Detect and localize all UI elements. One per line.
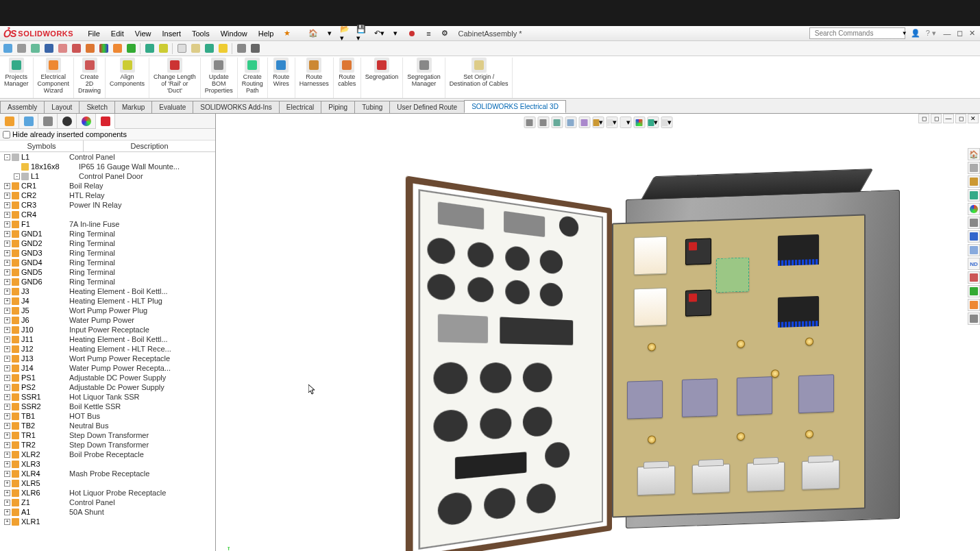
vp-btn1[interactable]: ◻ (918, 114, 929, 123)
tab-evaluate[interactable]: Evaluate (151, 101, 193, 113)
tree-row-XLR5[interactable]: +XLR5 (0, 478, 215, 488)
tree-row-PS2[interactable]: +PS2Adjustable Dc Power Supply (0, 382, 215, 392)
vt-zoom-fit-icon[interactable] (524, 117, 535, 128)
sidetab-6[interactable] (96, 114, 115, 129)
tree-row-L1[interactable]: -L1Control Panel (0, 152, 215, 162)
menu-insert[interactable]: Insert (157, 28, 186, 39)
menu-file[interactable]: File (83, 28, 105, 39)
close-button[interactable]: ✕ (966, 29, 977, 38)
expand-icon[interactable]: + (4, 260, 10, 266)
expand-icon[interactable]: + (4, 298, 10, 304)
trans-4[interactable] (802, 460, 840, 490)
tree-row-TR2[interactable]: +TR2Step Down Transformer (0, 440, 215, 450)
expand-icon[interactable]: + (4, 212, 10, 218)
tree-row-CR1[interactable]: +CR1Boil Relay (0, 181, 215, 191)
relay-CR1[interactable] (634, 236, 667, 276)
expand-icon[interactable]: + (4, 346, 10, 352)
qa-btn-3[interactable] (29, 42, 41, 55)
minimize-button[interactable]: — (942, 29, 953, 38)
expand-icon[interactable]: + (4, 480, 10, 487)
expand-icon[interactable]: + (4, 461, 10, 467)
expand-icon[interactable]: + (4, 336, 10, 343)
tree-row-XLR3[interactable]: +XLR3 (0, 459, 215, 469)
sidetab-5[interactable] (77, 114, 96, 129)
tree-row-CR2[interactable]: +CR2HTL Relay (0, 191, 215, 200)
new-doc-icon[interactable]: ▾ (323, 27, 336, 40)
expand-icon[interactable]: + (4, 375, 10, 381)
3d-viewport[interactable]: ▾ ▾ ▾ ▾ ▾ ◻ ◻ — ◻ ✕ 🏠 (216, 114, 980, 551)
qa-btn-11[interactable] (143, 42, 156, 55)
vt-appearance-icon[interactable] (633, 117, 645, 128)
tree-row-J13[interactable]: +J13Wort Pump Power Receptacle (0, 354, 215, 363)
tree-row-J11[interactable]: +J11Heating Element - Boil Kettl... (0, 334, 215, 344)
ribbon-electrical[interactable]: Electrical Component Wizard (34, 58, 75, 98)
expand-icon[interactable]: + (4, 384, 10, 391)
tab-solidworks-electrical-3d[interactable]: SOLIDWORKS Electrical 3D (464, 100, 566, 113)
qa-btn-16[interactable] (217, 42, 229, 55)
tree-row-J5[interactable]: +J5Wort Pump Power Plug (0, 306, 215, 315)
expand-icon[interactable]: + (4, 317, 10, 323)
expand-icon[interactable]: + (4, 423, 10, 429)
ssr-2[interactable] (682, 378, 718, 417)
ssr-4[interactable] (798, 374, 834, 413)
expand-icon[interactable]: + (4, 289, 10, 295)
fly-3[interactable] (968, 175, 980, 188)
tree-row-PS1[interactable]: +PS1Adjustable DC Power Supply (0, 373, 215, 382)
star-icon[interactable]: ★ (284, 29, 291, 38)
ribbon-projects[interactable]: Projects Manager (0, 58, 34, 98)
expand-icon[interactable]: + (4, 202, 10, 208)
tree-row-TB1[interactable]: +TB1HOT Bus (0, 411, 215, 421)
ribbon-update[interactable]: Update BOM Properties (201, 58, 238, 98)
ribbon-segregation[interactable]: Segregation (361, 58, 404, 98)
component-tree[interactable]: -L1Control Panel18x16x8IP65 16 Gauge Wal… (0, 152, 215, 551)
maximize-button[interactable]: ◻ (954, 29, 965, 38)
fly-9[interactable]: ND (968, 258, 980, 270)
expand-icon[interactable]: + (4, 279, 10, 285)
ssr-1[interactable] (627, 380, 663, 419)
tree-row-A1[interactable]: +A150A Shunt (0, 507, 215, 517)
user-icon[interactable]: 👤 (911, 29, 920, 38)
tree-row-GND1[interactable]: +GND1Ring Terminal (0, 229, 215, 238)
tab-solidworks-add-ins[interactable]: SOLIDWORKS Add-Ins (193, 101, 279, 113)
tab-piping[interactable]: Piping (321, 101, 355, 113)
expand-icon[interactable]: + (4, 241, 10, 247)
expand-icon[interactable]: + (4, 221, 10, 228)
vt-scene-icon[interactable]: ▾ (620, 117, 631, 128)
search-dropdown-icon[interactable]: ▼ (902, 30, 907, 36)
qa-btn-4[interactable] (42, 42, 55, 55)
tab-tubing[interactable]: Tubing (354, 101, 390, 113)
tree-row-TR1[interactable]: +TR1Step Down Transformer (0, 430, 215, 440)
hide-inserted-input[interactable] (3, 131, 10, 138)
ribbon-route[interactable]: Route Wires (268, 58, 295, 98)
sidetab-2[interactable] (19, 114, 38, 129)
tree-row-XLR1[interactable]: +XLR1 (0, 517, 215, 526)
qa-btn-7[interactable] (84, 42, 96, 55)
fly-11[interactable] (968, 285, 980, 297)
tree-row-GND3[interactable]: +GND3Ring Terminal (0, 248, 215, 258)
expand-icon[interactable]: + (4, 432, 10, 439)
tree-row-J6[interactable]: +J6Water Pump Power (0, 315, 215, 325)
tree-row-GND4[interactable]: +GND4Ring Terminal (0, 258, 215, 267)
home-icon[interactable]: 🏠 (307, 27, 319, 40)
qa-btn-13[interactable] (175, 42, 188, 55)
tree-row-J10[interactable]: +J10Input Power Receptacle (0, 325, 215, 334)
terminal-TB2[interactable] (778, 296, 819, 325)
vt-display-icon[interactable]: ▾ (592, 117, 604, 128)
tree-row-J4[interactable]: +J4Heating Element - HLT Plug (0, 296, 215, 306)
expand-icon[interactable]: + (4, 413, 10, 419)
menu-help[interactable]: Help (254, 28, 279, 39)
tab-markup[interactable]: Markup (114, 101, 152, 113)
rebuild-icon[interactable] (406, 27, 418, 40)
tree-row-GND6[interactable]: +GND6Ring Terminal (0, 277, 215, 286)
ribbon-create[interactable]: Create 2D Drawing (74, 58, 106, 98)
vt-zoom-area-icon[interactable] (537, 117, 549, 128)
vp-max[interactable]: ◻ (955, 114, 966, 123)
vp-close[interactable]: ✕ (968, 114, 979, 123)
tab-layout[interactable]: Layout (44, 101, 79, 113)
expand-icon[interactable]: + (4, 404, 10, 410)
ribbon-segregation[interactable]: Segregation Manager (403, 58, 445, 98)
expand-icon[interactable]: + (4, 394, 10, 400)
fly-4[interactable] (968, 189, 980, 201)
qa-btn-6[interactable] (70, 42, 82, 55)
expand-icon[interactable]: + (4, 193, 10, 199)
